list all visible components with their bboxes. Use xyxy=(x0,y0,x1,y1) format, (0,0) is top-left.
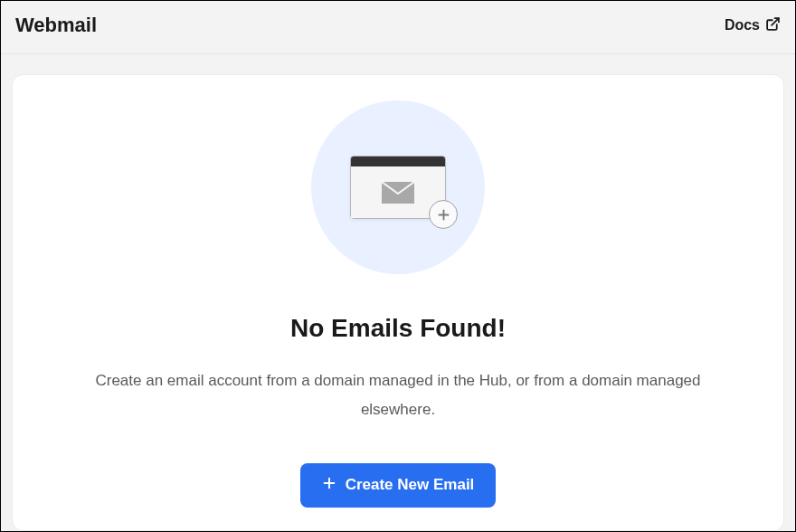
page-header: Webmail Docs xyxy=(1,1,795,54)
svg-line-0 xyxy=(772,18,779,25)
page-title: Webmail xyxy=(15,14,97,37)
empty-state-illustration xyxy=(311,100,485,274)
plus-icon xyxy=(322,476,336,495)
docs-link[interactable]: Docs xyxy=(725,16,781,35)
empty-state-heading: No Emails Found! xyxy=(290,314,506,343)
docs-link-label: Docs xyxy=(725,17,760,33)
create-button-label: Create New Email xyxy=(346,476,475,494)
empty-state-card: No Emails Found! Create an email account… xyxy=(12,74,784,531)
external-link-icon xyxy=(765,16,781,35)
content-area: No Emails Found! Create an email account… xyxy=(1,54,795,531)
empty-state-description: Create an email account from a domain ma… xyxy=(63,366,733,425)
plus-badge-icon xyxy=(429,200,458,229)
envelope-icon xyxy=(382,182,414,204)
create-new-email-button[interactable]: Create New Email xyxy=(300,463,497,508)
window-icon xyxy=(350,156,446,219)
window-titlebar-icon xyxy=(351,157,445,166)
